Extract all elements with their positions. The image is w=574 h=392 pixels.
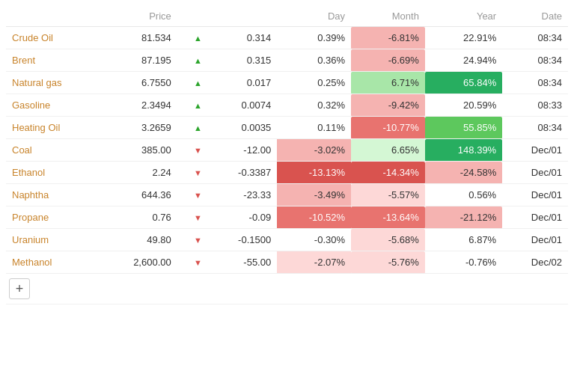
commodity-price: 81.534 [101, 27, 177, 49]
commodity-name[interactable]: Methanol [6, 251, 101, 274]
down-arrow-icon: ▼ [194, 236, 202, 245]
commodities-table: Price Day Month Year Date Crude Oil81.53… [6, 6, 568, 304]
commodity-date: 08:34 [502, 117, 568, 139]
up-arrow-icon: ▲ [194, 56, 202, 65]
add-commodity-button[interactable]: + [9, 278, 30, 299]
commodity-month: -6.69% [351, 49, 425, 72]
up-arrow-icon: ▲ [194, 101, 202, 110]
commodity-day: -13.13% [277, 162, 351, 184]
col-header-change [208, 6, 277, 27]
commodity-year: 148.39% [425, 139, 502, 162]
commodity-date: Dec/02 [502, 251, 568, 274]
table-row: Brent87.195▲0.3150.36%-6.69%24.94%08:34 [6, 49, 568, 72]
commodity-name[interactable]: Gasoline [6, 94, 101, 117]
commodity-date: 08:34 [502, 27, 568, 49]
up-arrow-icon: ▲ [194, 34, 202, 43]
commodity-price: 2.3494 [101, 94, 177, 117]
commodity-name[interactable]: Coal [6, 139, 101, 162]
commodity-day: -0.30% [277, 229, 351, 251]
commodity-price: 87.195 [101, 49, 177, 72]
commodity-price: 6.7550 [101, 72, 177, 94]
commodity-name[interactable]: Naphtha [6, 184, 101, 206]
table-row: Natural gas6.7550▲0.0170.25%6.71%65.84%0… [6, 72, 568, 94]
commodity-date: Dec/01 [502, 184, 568, 206]
direction-arrow-icon: ▼ [177, 162, 208, 184]
direction-arrow-icon: ▲ [177, 27, 208, 49]
commodity-change: -23.33 [208, 184, 277, 206]
table-row: Gasoline2.3494▲0.00740.32%-9.42%20.59%08… [6, 94, 568, 117]
commodity-year: 6.87% [425, 229, 502, 251]
commodity-year: 24.94% [425, 49, 502, 72]
direction-arrow-icon: ▼ [177, 229, 208, 251]
commodity-year: -0.76% [425, 251, 502, 274]
commodity-year: -24.58% [425, 162, 502, 184]
direction-arrow-icon: ▲ [177, 117, 208, 139]
commodity-change: 0.017 [208, 72, 277, 94]
commodity-change: -0.1500 [208, 229, 277, 251]
commodity-day: 0.36% [277, 49, 351, 72]
table-row: Ethanol2.24▼-0.3387-13.13%-14.34%-24.58%… [6, 162, 568, 184]
commodity-year: -21.12% [425, 206, 502, 229]
down-arrow-icon: ▼ [194, 213, 202, 222]
commodity-name[interactable]: Uranium [6, 229, 101, 251]
commodity-year: 65.84% [425, 72, 502, 94]
commodity-change: -0.09 [208, 206, 277, 229]
commodity-price: 644.36 [101, 184, 177, 206]
commodity-price: 0.76 [101, 206, 177, 229]
col-header-arrow [177, 6, 208, 27]
commodity-name[interactable]: Ethanol [6, 162, 101, 184]
commodity-date: Dec/01 [502, 139, 568, 162]
commodity-change: -0.3387 [208, 162, 277, 184]
col-header-name [6, 6, 101, 27]
commodity-name[interactable]: Crude Oil [6, 27, 101, 49]
commodity-price: 3.2659 [101, 117, 177, 139]
commodity-day: -3.49% [277, 184, 351, 206]
commodity-month: -14.34% [351, 162, 425, 184]
commodity-price: 49.80 [101, 229, 177, 251]
direction-arrow-icon: ▲ [177, 49, 208, 72]
commodity-month: 6.71% [351, 72, 425, 94]
commodity-price: 385.00 [101, 139, 177, 162]
commodity-month: -5.76% [351, 251, 425, 274]
commodity-month: -9.42% [351, 94, 425, 117]
commodity-name[interactable]: Propane [6, 206, 101, 229]
col-header-date: Date [502, 6, 568, 27]
commodity-name[interactable]: Brent [6, 49, 101, 72]
commodity-day: 0.32% [277, 94, 351, 117]
commodity-month: -6.81% [351, 27, 425, 49]
add-commodity-cell: + [6, 274, 568, 304]
add-row: + [6, 274, 568, 304]
commodity-name[interactable]: Natural gas [6, 72, 101, 94]
col-header-day: Day [277, 6, 351, 27]
down-arrow-icon: ▼ [194, 168, 202, 177]
col-header-month: Month [351, 6, 425, 27]
up-arrow-icon: ▲ [194, 123, 202, 132]
commodity-year: 22.91% [425, 27, 502, 49]
commodity-day: -3.02% [277, 139, 351, 162]
direction-arrow-icon: ▲ [177, 72, 208, 94]
commodity-date: Dec/01 [502, 229, 568, 251]
table-header-row: Price Day Month Year Date [6, 6, 568, 27]
commodity-change: 0.314 [208, 27, 277, 49]
down-arrow-icon: ▼ [194, 258, 202, 267]
table-row: Methanol2,600.00▼-55.00-2.07%-5.76%-0.76… [6, 251, 568, 274]
direction-arrow-icon: ▼ [177, 251, 208, 274]
commodity-day: 0.11% [277, 117, 351, 139]
commodity-change: 0.0035 [208, 117, 277, 139]
commodity-name[interactable]: Heating Oil [6, 117, 101, 139]
commodity-day: 0.39% [277, 27, 351, 49]
commodity-day: -10.52% [277, 206, 351, 229]
commodity-change: -55.00 [208, 251, 277, 274]
commodity-month: -10.77% [351, 117, 425, 139]
col-header-year: Year [425, 6, 502, 27]
direction-arrow-icon: ▼ [177, 184, 208, 206]
commodity-date: Dec/01 [502, 206, 568, 229]
commodity-date: 08:34 [502, 72, 568, 94]
commodity-day: -2.07% [277, 251, 351, 274]
commodity-date: 08:33 [502, 94, 568, 117]
down-arrow-icon: ▼ [194, 146, 202, 155]
commodity-month: -5.57% [351, 184, 425, 206]
table-row: Coal385.00▼-12.00-3.02%6.65%148.39%Dec/0… [6, 139, 568, 162]
table-row: Propane0.76▼-0.09-10.52%-13.64%-21.12%De… [6, 206, 568, 229]
direction-arrow-icon: ▲ [177, 94, 208, 117]
